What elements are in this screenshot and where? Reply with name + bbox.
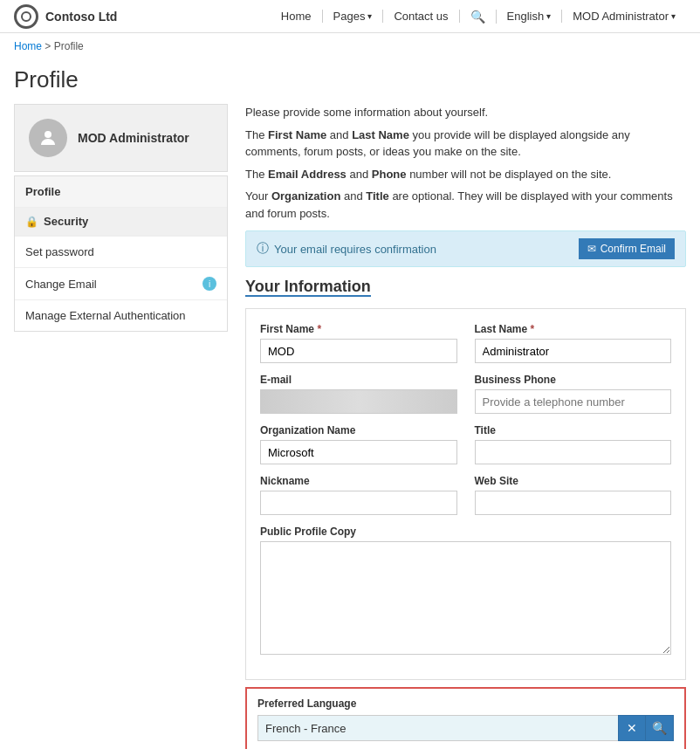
last-name-input[interactable] xyxy=(475,339,672,363)
website-input[interactable] xyxy=(475,491,672,515)
security-label: Security xyxy=(44,215,88,228)
language-dropdown[interactable]: English ▾ xyxy=(507,10,552,23)
change-email-label: Change Email xyxy=(25,278,97,291)
change-email-info-icon: i xyxy=(202,277,216,291)
last-name-label: Last Name * xyxy=(475,323,672,335)
sidebar: MOD Administrator Profile 🔒 Security Set… xyxy=(14,104,228,749)
sidebar-avatar: MOD Administrator xyxy=(14,104,228,172)
sidebar-section-security: 🔒 Security xyxy=(15,208,227,237)
org-name-group: Organization Name xyxy=(260,424,457,464)
search-language-button[interactable]: 🔍 xyxy=(646,715,674,741)
change-email-link[interactable]: Change Email i xyxy=(15,268,227,299)
title-label: Title xyxy=(475,424,672,436)
org-name-input[interactable] xyxy=(260,440,457,464)
nickname-group: Nickname xyxy=(260,475,457,515)
svg-point-1 xyxy=(45,131,51,138)
clear-language-button[interactable]: ✕ xyxy=(618,715,646,741)
preferred-language-label: Preferred Language xyxy=(257,697,674,710)
profile-label: Profile xyxy=(25,185,60,198)
name-row: First Name * Last Name * xyxy=(260,323,671,363)
preferred-language-input[interactable] xyxy=(257,715,618,741)
email-banner-text: ⓘ Your email requires confirmation xyxy=(257,241,436,257)
sidebar-menu: Profile 🔒 Security Set password Change E… xyxy=(14,175,228,332)
public-profile-textarea[interactable] xyxy=(260,541,671,655)
intro-line-3: The Email Address and Phone number will … xyxy=(245,166,686,183)
nav-language[interactable]: English ▾ xyxy=(497,10,563,23)
preferred-language-input-row: ✕ 🔍 xyxy=(257,715,674,741)
language-caret: ▾ xyxy=(546,11,551,21)
nav-contact-link[interactable]: Contact us xyxy=(394,10,448,23)
breadcrumb-home[interactable]: Home xyxy=(14,40,42,52)
confirm-email-button[interactable]: ✉ Confirm Email xyxy=(579,238,675,259)
first-name-input[interactable] xyxy=(260,339,457,363)
svg-point-0 xyxy=(22,12,31,21)
email-group: E-mail xyxy=(260,374,457,414)
nav-home[interactable]: Home xyxy=(271,10,323,23)
email-banner: ⓘ Your email requires confirmation ✉ Con… xyxy=(245,230,686,267)
public-profile-label: Public Profile Copy xyxy=(260,526,671,538)
org-title-row: Organization Name Title xyxy=(260,424,671,464)
envelope-icon: ✉ xyxy=(587,243,596,255)
info-circle-icon: ⓘ xyxy=(257,241,269,257)
public-profile-row: Public Profile Copy xyxy=(260,526,671,655)
first-name-required: * xyxy=(317,323,321,335)
nav-pages[interactable]: Pages ▾ xyxy=(323,10,384,23)
email-label: E-mail xyxy=(260,374,457,386)
page-title: Profile xyxy=(0,59,700,104)
page-container: MOD Administrator Profile 🔒 Security Set… xyxy=(0,104,700,749)
set-password-label: Set password xyxy=(25,245,94,258)
search-icon: 🔍 xyxy=(652,721,667,735)
confirm-email-label: Confirm Email xyxy=(600,243,666,255)
main-content: Please provide some information about yo… xyxy=(245,104,686,749)
manage-auth-label: Manage External Authentication xyxy=(25,309,186,322)
website-group: Web Site xyxy=(475,475,672,515)
last-name-group: Last Name * xyxy=(475,323,672,363)
logo-text: Contoso Ltd xyxy=(45,10,117,24)
first-name-label: First Name * xyxy=(260,323,457,335)
sidebar-item-set-password[interactable]: Set password xyxy=(15,237,227,268)
nav-user[interactable]: MOD Administrator ▾ xyxy=(562,10,686,23)
top-navigation: Contoso Ltd Home Pages ▾ Contact us 🔍 En… xyxy=(0,0,700,33)
business-phone-input[interactable] xyxy=(475,389,672,414)
pages-caret: ▾ xyxy=(367,11,372,21)
email-input[interactable] xyxy=(260,389,457,414)
manage-auth-link[interactable]: Manage External Authentication xyxy=(15,300,227,331)
last-name-required: * xyxy=(531,323,535,335)
breadcrumb: Home > Profile xyxy=(0,33,700,59)
email-phone-row: E-mail Business Phone xyxy=(260,374,671,414)
intro-line-1: Please provide some information about yo… xyxy=(245,104,686,121)
form-container: First Name * Last Name * E-mail xyxy=(245,308,686,680)
set-password-link[interactable]: Set password xyxy=(15,237,227,267)
sidebar-item-change-email[interactable]: Change Email i xyxy=(15,268,227,300)
preferred-language-section: Preferred Language ✕ 🔍 xyxy=(245,687,686,749)
user-caret: ▾ xyxy=(671,11,676,21)
sidebar-item-profile[interactable]: Profile xyxy=(15,176,227,208)
public-profile-group: Public Profile Copy xyxy=(260,526,671,655)
business-phone-group: Business Phone xyxy=(475,374,672,414)
breadcrumb-separator: > xyxy=(45,40,51,52)
nickname-input[interactable] xyxy=(260,491,457,515)
nav-home-link[interactable]: Home xyxy=(281,10,312,23)
nav-links: Home Pages ▾ Contact us 🔍 English ▾ MOD … xyxy=(271,10,686,24)
nav-contact[interactable]: Contact us xyxy=(383,10,459,23)
email-banner-message: Your email requires confirmation xyxy=(274,243,436,256)
sidebar-item-manage-auth[interactable]: Manage External Authentication xyxy=(15,300,227,331)
search-icon[interactable]: 🔍 xyxy=(470,10,485,24)
nav-search[interactable]: 🔍 xyxy=(460,10,497,24)
site-logo[interactable]: Contoso Ltd xyxy=(14,4,117,29)
user-label: MOD Administrator xyxy=(573,10,669,23)
security-header: 🔒 Security xyxy=(15,208,227,236)
intro-line-4: Your Organization and Title are optional… xyxy=(245,188,686,222)
title-group: Title xyxy=(475,424,672,464)
title-input[interactable] xyxy=(475,440,672,464)
org-name-label: Organization Name xyxy=(260,424,457,436)
avatar xyxy=(29,119,67,157)
lock-icon: 🔒 xyxy=(25,216,38,228)
language-label: English xyxy=(507,10,545,23)
profile-link[interactable]: Profile xyxy=(15,176,227,207)
user-dropdown[interactable]: MOD Administrator ▾ xyxy=(573,10,676,23)
nickname-website-row: Nickname Web Site xyxy=(260,475,671,515)
clear-icon: ✕ xyxy=(627,721,637,735)
your-information-title: Your Information xyxy=(245,278,686,296)
nav-pages-dropdown[interactable]: Pages ▾ xyxy=(333,10,373,23)
